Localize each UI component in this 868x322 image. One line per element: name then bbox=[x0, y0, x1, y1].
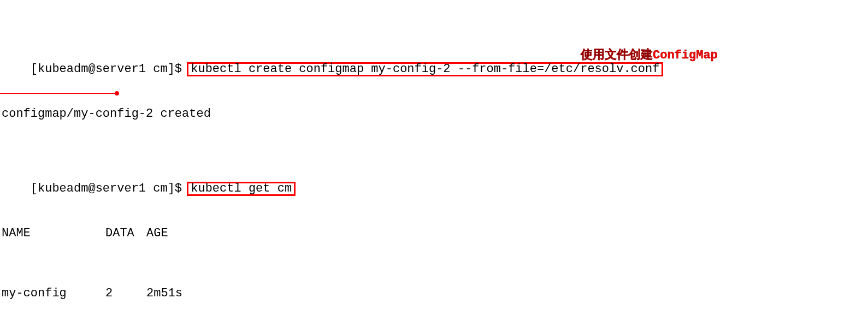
cmd-line-2: [kubeadm@server1 cm]$ kubectl get cm bbox=[2, 166, 868, 181]
hdr-age: AGE bbox=[146, 226, 168, 241]
highlighted-cmd-1: kubectl create configmap my-config-2 --f… bbox=[187, 62, 663, 76]
cell-name: my-config bbox=[2, 286, 105, 301]
hdr-data: DATA bbox=[105, 226, 146, 241]
terminal-output: [kubeadm@server1 cm]$ kubectl create con… bbox=[0, 0, 868, 322]
highlighted-cmd-2: kubectl get cm bbox=[187, 182, 296, 196]
prompt-1: [kubeadm@server1 cm]$ bbox=[31, 62, 189, 76]
cell-age: 2m51s bbox=[146, 286, 182, 301]
table-header: NAMEDATAAGE bbox=[2, 226, 868, 241]
table-row: my-config22m51s bbox=[2, 286, 868, 301]
cmd-line-1: [kubeadm@server1 cm]$ kubectl create con… bbox=[2, 47, 868, 62]
output-created: configmap/my-config-2 created bbox=[2, 106, 868, 121]
annotation-create-from-file: 使用文件创建ConfigMap bbox=[581, 48, 718, 63]
hdr-name: NAME bbox=[2, 226, 105, 241]
prompt-2: [kubeadm@server1 cm]$ bbox=[31, 182, 189, 195]
cell-data: 2 bbox=[105, 286, 146, 301]
created-text: configmap/my-config-2 created bbox=[2, 107, 211, 121]
